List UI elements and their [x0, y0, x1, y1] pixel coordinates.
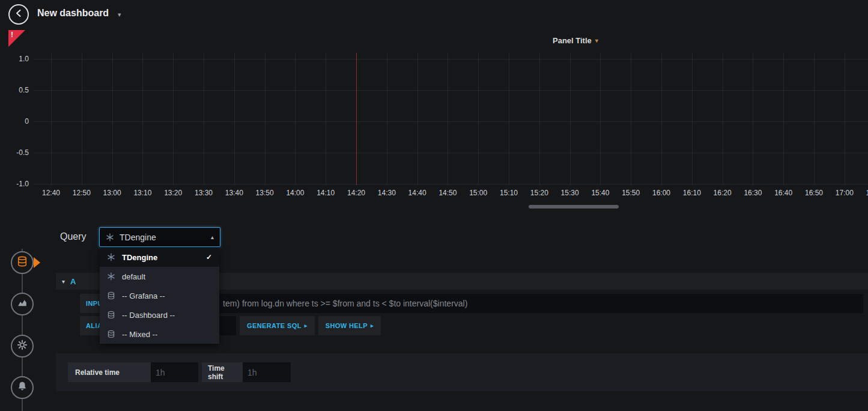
gridline-vertical [295, 53, 296, 185]
dashboard-title[interactable]: New dashboard [37, 8, 109, 19]
gridline-vertical [570, 53, 571, 185]
arrow-left-icon [14, 8, 23, 20]
x-tick-label: 13:30 [195, 189, 213, 197]
x-tick-label: 15:50 [622, 189, 640, 197]
datasource-picker-value: TDengine [120, 233, 205, 242]
gridline-vertical [600, 53, 601, 185]
gridline-horizontal [33, 121, 868, 122]
back-button[interactable] [8, 4, 29, 25]
x-tick-label: 15:30 [561, 189, 579, 197]
gridline-vertical [661, 53, 662, 185]
x-tick-label: 13:20 [164, 189, 182, 197]
chevron-down-icon: ▾ [595, 37, 598, 44]
gridline-vertical [387, 53, 387, 185]
generate-sql-button[interactable]: GENERATE SQL ▸ [240, 316, 315, 335]
x-tick-label: 13:50 [256, 189, 274, 197]
grafana-dashboard-edit: New dashboard ▾ ! Panel Title ▾ 1.00.50-… [0, 0, 868, 411]
tab-queries[interactable] [11, 251, 34, 274]
x-tick-label: 14:30 [378, 189, 396, 197]
relative-time-input[interactable] [151, 362, 198, 382]
gridline-vertical [234, 53, 235, 185]
x-tick-label: 13:40 [225, 189, 243, 197]
datasource-option-label: -- Grafana -- [122, 291, 165, 300]
error-exclamation: ! [11, 31, 13, 39]
gridline-vertical [112, 53, 113, 185]
gridline-horizontal [33, 59, 868, 59]
relative-time-label: Relative time [68, 362, 151, 382]
annotation-vline [356, 53, 357, 185]
datasource-option-label: -- Mixed -- [122, 330, 157, 339]
gridline-vertical [509, 53, 509, 185]
panel-title-menu[interactable]: Panel Title ▾ [553, 35, 598, 46]
query-ref-id: A [70, 277, 76, 286]
gridline-vertical [845, 53, 845, 185]
query-section-label: Query [60, 231, 86, 242]
gridline-horizontal [33, 153, 868, 153]
chevron-down-icon[interactable]: ▾ [118, 11, 121, 19]
sql-input-field[interactable]: tem) from log.dn where ts >= $from and t… [129, 294, 863, 313]
top-navbar: New dashboard ▾ [0, 0, 868, 29]
x-tick-label: 14:50 [439, 189, 457, 197]
time-shift-label: Time shift [202, 362, 243, 382]
y-tick-label: 1.0 [5, 55, 29, 63]
x-tick-label: 15:10 [500, 189, 518, 197]
x-tick-label: 15:00 [469, 189, 487, 197]
horizontal-scrollbar-thumb[interactable] [529, 205, 619, 209]
x-tick-label: 16:30 [744, 189, 762, 197]
y-tick-label: 0.5 [5, 86, 29, 94]
x-tick-label: 17:00 [836, 189, 854, 197]
database-icon [107, 311, 115, 319]
show-help-button[interactable]: SHOW HELP ▸ [318, 316, 381, 335]
gridline-vertical [265, 53, 266, 185]
time-shift-input[interactable] [243, 362, 291, 382]
plugin-icon [107, 272, 115, 281]
x-tick-label: 12:40 [42, 189, 60, 197]
datasource-option-grafana[interactable]: -- Grafana -- [100, 286, 219, 305]
database-icon [16, 255, 28, 270]
datasource-option-tdengine[interactable]: TDengine✓ [100, 248, 219, 267]
query-time-options-panel: Relative time Time shift [56, 353, 868, 391]
gridline-vertical [478, 53, 479, 185]
gridline-vertical [51, 53, 52, 185]
x-tick-label: 14:40 [408, 189, 426, 197]
x-tick-label: 17:10 [866, 189, 868, 197]
gridline-vertical [814, 53, 815, 185]
gridline-vertical [142, 53, 143, 185]
chart-icon [16, 297, 28, 311]
graph-panel-plot-area[interactable] [33, 53, 868, 185]
x-tick-label: 16:50 [805, 189, 823, 197]
datasource-picker[interactable]: TDengine ▴ [99, 227, 220, 247]
active-tab-pointer [34, 257, 40, 268]
datasource-option-default[interactable]: default [100, 267, 219, 286]
y-tick-label: -0.5 [5, 148, 29, 157]
chevron-up-icon: ▴ [211, 234, 214, 240]
x-tick-label: 15:40 [591, 189, 609, 197]
datasource-option-label: default [122, 272, 145, 281]
x-tick-label: 13:10 [133, 189, 151, 197]
database-icon [107, 291, 115, 300]
plugin-icon [106, 233, 114, 242]
x-tick-label: 12:50 [73, 189, 91, 197]
check-icon: ✓ [206, 253, 212, 261]
gridline-vertical [692, 53, 693, 185]
gridline-vertical [448, 53, 448, 185]
datasource-option-mixed[interactable]: -- Mixed -- [100, 324, 219, 344]
x-tick-label: 13:00 [103, 189, 121, 197]
caret-right-icon: ▸ [371, 323, 374, 329]
x-tick-label: 14:00 [286, 189, 304, 197]
gridline-vertical [783, 53, 784, 185]
x-tick-label: 16:20 [714, 189, 732, 197]
gridline-vertical [753, 53, 753, 185]
x-tick-label: 16:00 [652, 189, 670, 197]
gridline-vertical [417, 53, 418, 185]
datasource-option-dashboard[interactable]: -- Dashboard -- [100, 305, 219, 324]
gridline-vertical [82, 53, 82, 185]
panel-error-indicator[interactable]: ! [8, 30, 25, 47]
tab-alert[interactable] [11, 376, 34, 399]
database-icon [107, 330, 115, 338]
tab-visualization[interactable] [11, 293, 34, 315]
tab-general[interactable] [11, 335, 34, 358]
plugin-icon [107, 253, 115, 261]
y-tick-label: -1.0 [5, 180, 29, 188]
x-tick-label: 16:40 [774, 189, 792, 197]
